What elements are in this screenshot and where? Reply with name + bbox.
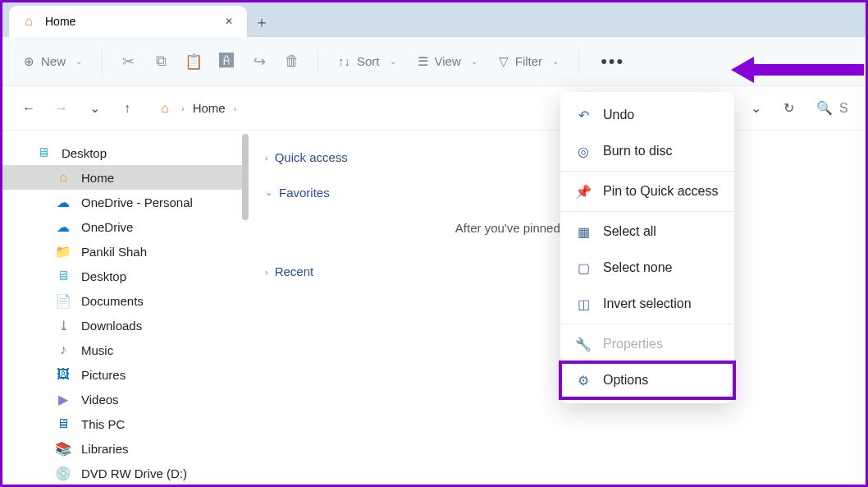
paste-icon[interactable]: 📋 bbox=[181, 49, 206, 74]
new-button[interactable]: ⊕ New ⌄ bbox=[17, 49, 89, 74]
folder-icon: ⌂ bbox=[55, 169, 71, 186]
sidebar-item-label: DVD RW Drive (D:) bbox=[81, 466, 187, 480]
content: › Quick access ⌄ Favorites After you've … bbox=[249, 131, 866, 485]
menu-select-all[interactable]: ▦ Select all bbox=[560, 214, 734, 250]
sidebar-item-label: Libraries bbox=[81, 442, 129, 456]
folder-icon: ♪ bbox=[55, 342, 71, 358]
filter-icon: ▽ bbox=[499, 54, 509, 69]
menu-invert-selection[interactable]: ◫ Invert selection bbox=[560, 286, 734, 322]
chevron-right-icon: › bbox=[265, 153, 268, 163]
view-button[interactable]: ☰ View ⌄ bbox=[411, 49, 484, 74]
sidebar-item-label: OneDrive bbox=[81, 220, 133, 234]
menu-label: Burn to disc bbox=[603, 144, 672, 159]
folder-icon: ⤓ bbox=[55, 317, 71, 333]
new-label: New bbox=[41, 54, 66, 68]
sidebar-item-desktop[interactable]: 🖥Desktop bbox=[2, 140, 249, 165]
more-button[interactable]: ••• bbox=[592, 48, 633, 76]
sidebar-item-onedrive-personal[interactable]: ☁OneDrive - Personal bbox=[2, 190, 249, 214]
sort-label: Sort bbox=[357, 54, 380, 68]
menu-label: Undo bbox=[603, 108, 634, 122]
menu-label: Select none bbox=[603, 260, 673, 275]
cut-icon[interactable]: ✂ bbox=[116, 49, 140, 74]
disc-icon: ◎ bbox=[575, 143, 592, 159]
sidebar-item-onedrive[interactable]: ☁OneDrive bbox=[2, 214, 249, 239]
menu-separator bbox=[560, 324, 734, 324]
view-icon: ☰ bbox=[418, 54, 428, 69]
menu-properties: 🔧 Properties bbox=[560, 326, 734, 362]
filter-button[interactable]: ▽ Filter ⌄ bbox=[492, 49, 565, 74]
menu-label: Pin to Quick access bbox=[603, 184, 719, 199]
folder-icon: ☁ bbox=[55, 194, 71, 210]
sidebar-item-label: Music bbox=[81, 343, 113, 357]
plus-circle-icon: ⊕ bbox=[24, 54, 34, 69]
section-label: Favorites bbox=[279, 186, 330, 200]
sidebar-item-home[interactable]: ⌂Home bbox=[2, 165, 249, 190]
section-quick-access[interactable]: › Quick access bbox=[265, 144, 849, 179]
folder-icon: 🖥 bbox=[35, 145, 52, 161]
menu-separator bbox=[560, 171, 734, 172]
chevron-down-icon: ⌄ bbox=[75, 57, 82, 66]
folder-icon: 📚 bbox=[55, 440, 71, 457]
chevron-down-icon: ⌄ bbox=[552, 57, 559, 66]
sidebar-item-this-pc[interactable]: 🖥This PC bbox=[2, 411, 249, 436]
menu-label: Properties bbox=[603, 337, 663, 351]
sidebar-item-documents[interactable]: 📄Documents bbox=[2, 288, 249, 313]
up-button[interactable]: ↑ bbox=[116, 97, 139, 120]
section-recent[interactable]: › Recent bbox=[265, 258, 849, 293]
sidebar-item-pictures[interactable]: 🖼Pictures bbox=[2, 362, 249, 387]
breadcrumb-location: Home bbox=[193, 101, 226, 115]
sidebar-item-label: Downloads bbox=[81, 319, 142, 333]
folder-icon: 🖼 bbox=[55, 366, 71, 383]
folder-icon: 💿 bbox=[55, 465, 71, 481]
menu-options[interactable]: ⚙ Options bbox=[560, 362, 734, 398]
delete-icon[interactable]: 🗑 bbox=[280, 49, 304, 74]
menu-label: Options bbox=[603, 373, 648, 388]
menu-burn[interactable]: ◎ Burn to disc bbox=[560, 133, 734, 169]
sidebar-item-pankil-shah[interactable]: 📁Pankil Shah bbox=[2, 239, 249, 264]
sidebar-item-label: Pictures bbox=[81, 368, 126, 382]
chevron-right-icon: › bbox=[181, 103, 185, 113]
sidebar-item-libraries[interactable]: 📚Libraries bbox=[2, 436, 249, 461]
folder-icon: 🖥 bbox=[55, 416, 71, 432]
refresh-button[interactable]: ↻ bbox=[777, 97, 800, 120]
view-label: View bbox=[435, 54, 461, 68]
sidebar-item-label: Home bbox=[81, 171, 114, 185]
recent-dropdown[interactable]: ⌄ bbox=[83, 97, 106, 120]
menu-pin[interactable]: 📌 Pin to Quick access bbox=[560, 173, 734, 209]
chevron-right-icon: › bbox=[265, 267, 268, 277]
new-tab-button[interactable]: ＋ bbox=[247, 7, 276, 37]
sort-button[interactable]: ↑↓ Sort ⌄ bbox=[331, 49, 403, 73]
history-dropdown[interactable]: ⌄ bbox=[744, 97, 767, 120]
sidebar-item-label: This PC bbox=[81, 417, 125, 431]
menu-undo[interactable]: ↶ Undo bbox=[560, 97, 734, 133]
tab-home[interactable]: ⌂ Home ✕ bbox=[9, 6, 247, 37]
chevron-down-icon: ⌄ bbox=[471, 57, 477, 66]
chevron-down-icon: ⌄ bbox=[390, 57, 396, 66]
forward-button[interactable]: → bbox=[50, 97, 73, 120]
rename-icon[interactable]: 🅰 bbox=[214, 49, 239, 74]
sidebar-item-dvd-rw-drive-d-[interactable]: 💿DVD RW Drive (D:) bbox=[2, 461, 249, 485]
copy-icon[interactable]: ⧉ bbox=[148, 49, 173, 74]
sidebar-item-label: Desktop bbox=[81, 269, 126, 283]
folder-icon: 📄 bbox=[55, 292, 71, 309]
undo-icon: ↶ bbox=[575, 107, 592, 123]
select-all-icon: ▦ bbox=[575, 223, 592, 240]
sidebar-item-music[interactable]: ♪Music bbox=[2, 338, 249, 362]
share-icon[interactable]: ↪ bbox=[247, 49, 272, 74]
folder-icon: ▶ bbox=[55, 391, 71, 407]
close-icon[interactable]: ✕ bbox=[222, 15, 235, 28]
menu-label: Invert selection bbox=[603, 296, 692, 311]
section-favorites[interactable]: ⌄ Favorites bbox=[265, 179, 849, 214]
sidebar-item-desktop[interactable]: 🖥Desktop bbox=[2, 264, 249, 288]
menu-select-none[interactable]: ▢ Select none bbox=[560, 250, 734, 286]
nav-row: ← → ⌄ ↑ ⌂ › Home › ⌄ ↻ 🔍 S bbox=[2, 86, 866, 131]
menu-label: Select all bbox=[603, 224, 656, 239]
home-icon: ⌂ bbox=[157, 100, 173, 117]
filter-label: Filter bbox=[515, 54, 542, 68]
search-input[interactable]: 🔍 S bbox=[810, 100, 851, 116]
home-icon: ⌂ bbox=[21, 13, 37, 30]
back-button[interactable]: ← bbox=[17, 97, 40, 120]
sidebar-item-downloads[interactable]: ⤓Downloads bbox=[2, 313, 249, 338]
sidebar-item-videos[interactable]: ▶Videos bbox=[2, 387, 249, 411]
gear-icon: ⚙ bbox=[575, 372, 592, 388]
